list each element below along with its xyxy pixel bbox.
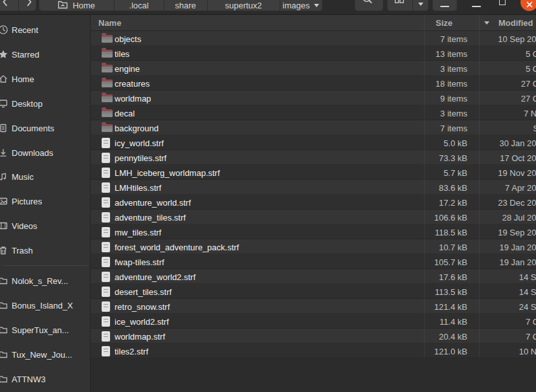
- close-button[interactable]: [517, 0, 536, 15]
- minimize-button[interactable]: [467, 0, 486, 15]
- sidebar-item-documents[interactable]: Documents: [0, 118, 90, 138]
- folder-outline-icon: [0, 374, 8, 384]
- file-size: 3 items: [440, 63, 467, 73]
- clock-icon: [0, 25, 8, 35]
- file-name: LMH_iceberg_worldmap.strf: [115, 168, 220, 177]
- sidebar-item-trash[interactable]: Trash: [0, 241, 90, 260]
- folder-icon: [102, 80, 113, 87]
- file-row[interactable]: worldmap9 items27 Oct: [91, 91, 536, 105]
- file-row[interactable]: ice_world2.strf11.4 kB7 Oct: [91, 314, 536, 329]
- back-button[interactable]: [0, 0, 18, 11]
- file-size: 73.3 kB: [439, 153, 467, 162]
- file-row[interactable]: mw_tiles.strf118.5 kB19 Sep 2017: [91, 224, 536, 239]
- hamburger-menu-icon: [440, 6, 449, 7]
- sidebar-item-downloads[interactable]: Downloads: [0, 143, 90, 162]
- maximize-button[interactable]: [493, 0, 513, 15]
- breadcrumb-label: .local: [129, 1, 148, 10]
- sidebar-item-desktop[interactable]: Desktop: [0, 94, 90, 113]
- column-header-size[interactable]: Size: [436, 18, 452, 28]
- file-row[interactable]: icy_world.strf5.0 kB30 Jan 2012: [91, 135, 536, 150]
- file-row[interactable]: worldmap.strf20.4 kB7 Oct: [91, 329, 536, 343]
- file-name: icy_world.strf: [115, 138, 164, 147]
- music-note-icon: [0, 171, 8, 182]
- file-row[interactable]: engine3 items5 Oct: [91, 61, 536, 76]
- sidebar-item-tux-new-jou[interactable]: Tux_New_Jou...: [0, 345, 90, 364]
- sidebar-item-recent[interactable]: Recent: [0, 20, 90, 39]
- file-modified-date: 14 Sep: [519, 272, 536, 281]
- file-size: 5.0 kB: [443, 138, 467, 147]
- column-header-modified[interactable]: Modified: [498, 18, 533, 28]
- column-header-name[interactable]: Name: [98, 18, 121, 28]
- sidebar-item-videos[interactable]: Videos: [0, 216, 90, 235]
- folder-outline-icon: [0, 276, 8, 286]
- file-size: 18 items: [436, 78, 467, 88]
- file-name: ice_world2.strf: [115, 316, 169, 326]
- folder-outline-icon: [0, 325, 8, 335]
- sidebar-item-supertux-an[interactable]: SuperTux_an...: [0, 320, 90, 340]
- search-button[interactable]: [355, 0, 383, 11]
- sort-descending-icon: [484, 21, 489, 27]
- menu-button[interactable]: [432, 0, 457, 11]
- file-row[interactable]: tiles2.strf121.0 kB10 Nov: [91, 343, 536, 358]
- view-options-button[interactable]: [413, 0, 429, 11]
- path-bar: Home .local share supertux2 images: [39, 0, 322, 11]
- file-row[interactable]: decal3 items7 Nov: [91, 105, 536, 120]
- sidebar-item-pictures[interactable]: Pictures: [0, 191, 90, 211]
- folder-outline-icon: [0, 300, 8, 310]
- breadcrumb-local[interactable]: .local: [114, 0, 164, 11]
- sidebar-item-label: Videos: [12, 221, 38, 231]
- file-icon: [102, 242, 110, 252]
- home-icon: [0, 74, 8, 84]
- breadcrumb-supertux2[interactable]: supertux2: [207, 0, 280, 11]
- file-row[interactable]: creatures18 items27 Oct: [91, 76, 536, 91]
- file-row[interactable]: adventure_tiles.strf106.6 kB28 Jul 2017: [91, 210, 536, 224]
- file-row[interactable]: objects7 items10 Sep 2016: [91, 31, 536, 46]
- file-row[interactable]: desert_tiles.strf113.5 kB14 Sep: [91, 284, 536, 299]
- file-icon: [102, 257, 110, 267]
- sidebar-item-home[interactable]: Home: [0, 69, 90, 89]
- sidebar-item-nolok-s-rev[interactable]: Nolok_s_Rev...: [0, 271, 90, 290]
- file-icon: [102, 346, 110, 356]
- file-size: 17.6 kB: [439, 272, 467, 281]
- file-size: 17.2 kB: [439, 197, 467, 207]
- sidebar-item-label: ATTNW3: [12, 375, 45, 384]
- file-modified-date: 28 Jul 2017: [502, 212, 536, 222]
- chevron-down-icon: [418, 3, 423, 8]
- file-size: 121.4 kB: [434, 301, 467, 311]
- list-header: Name Size Modified: [91, 15, 536, 31]
- file-row[interactable]: tiles13 items5 Oct: [91, 46, 536, 61]
- file-name: forest_world_adventure_pack.strf: [115, 242, 239, 252]
- file-row[interactable]: adventure_world.strf17.2 kB23 Dec 2016: [91, 195, 536, 210]
- sidebar-item-attnw3[interactable]: ATTNW3: [0, 369, 90, 389]
- sidebar-item-label: Trash: [12, 246, 33, 256]
- file-modified-date: 7 Nov: [524, 108, 536, 118]
- sidebar-item-starred[interactable]: Starred: [0, 45, 90, 64]
- file-name: background: [115, 123, 159, 133]
- breadcrumb-home[interactable]: Home: [39, 0, 114, 11]
- file-row[interactable]: LMH_iceberg_worldmap.strf5.7 kB19 Nov 20…: [91, 165, 536, 180]
- file-modified-date: 24 Sep: [519, 301, 536, 311]
- file-row[interactable]: retro_snow.strf121.4 kB24 Sep: [91, 299, 536, 314]
- file-row[interactable]: forest_world_adventure_pack.strf10.7 kB1…: [91, 239, 536, 254]
- breadcrumb-share[interactable]: share: [164, 0, 207, 11]
- sidebar-item-music[interactable]: Music: [0, 167, 90, 186]
- minimize-icon: [472, 6, 481, 7]
- file-row[interactable]: fwap-tiles.strf105.7 kB19 Jan 2020: [91, 254, 536, 269]
- file-name: tiles: [115, 49, 129, 58]
- file-size: 83.6 kB: [439, 182, 467, 192]
- breadcrumb-images[interactable]: images: [280, 0, 322, 11]
- maximize-icon: [499, 0, 506, 5]
- sidebar-item-label: Documents: [12, 123, 54, 133]
- file-modified-date: 5 Oct: [526, 49, 536, 58]
- download-icon: [0, 147, 8, 158]
- toolbar: Home .local share supertux2 images: [0, 0, 536, 15]
- file-row[interactable]: adventure_world2.strf17.6 kB14 Sep: [91, 269, 536, 284]
- file-row[interactable]: background7 itemsSat: [91, 120, 536, 135]
- view-grid-button[interactable]: [387, 0, 412, 11]
- file-row[interactable]: pennytiles.strf73.3 kB17 Oct 2015: [91, 150, 536, 165]
- sidebar-item-label: SuperTux_an...: [12, 325, 69, 335]
- file-size: 13 items: [436, 49, 467, 58]
- sidebar-item-bonus-island-x[interactable]: Bonus_Island_X: [0, 296, 90, 315]
- file-name: decal: [115, 108, 135, 118]
- file-row[interactable]: LMHtiles.strf83.6 kB7 Apr 2016: [91, 180, 536, 195]
